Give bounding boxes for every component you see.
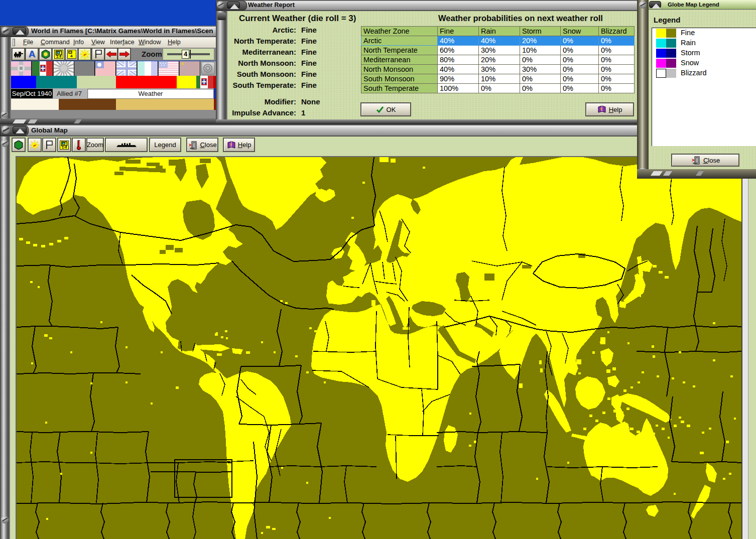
svg-text:?: ?: [229, 143, 232, 147]
svg-text:1-4: 1-4: [56, 55, 61, 58]
svg-text:1-4: 1-4: [62, 146, 67, 149]
svg-text:4: 4: [70, 54, 73, 58]
svg-text:?: ?: [600, 107, 602, 111]
